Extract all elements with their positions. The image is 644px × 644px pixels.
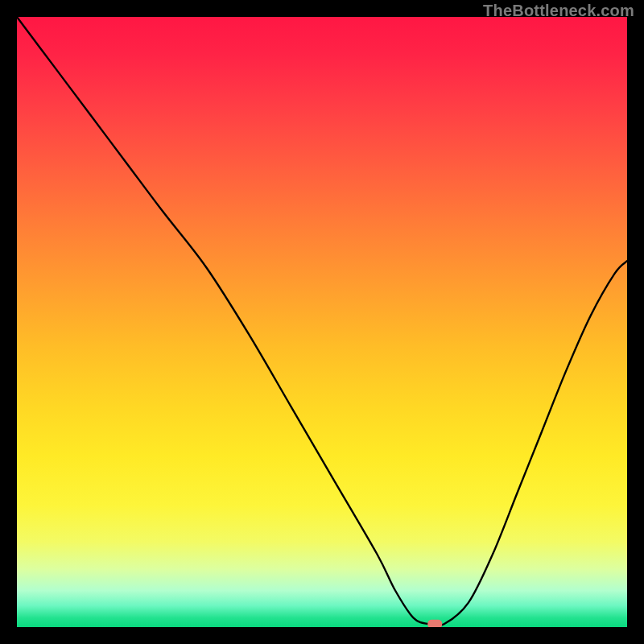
chart-frame: TheBottleneck.com: [0, 0, 644, 644]
plot-background: [17, 17, 627, 627]
bottleneck-chart: [17, 17, 627, 627]
optimal-marker: [427, 620, 442, 627]
